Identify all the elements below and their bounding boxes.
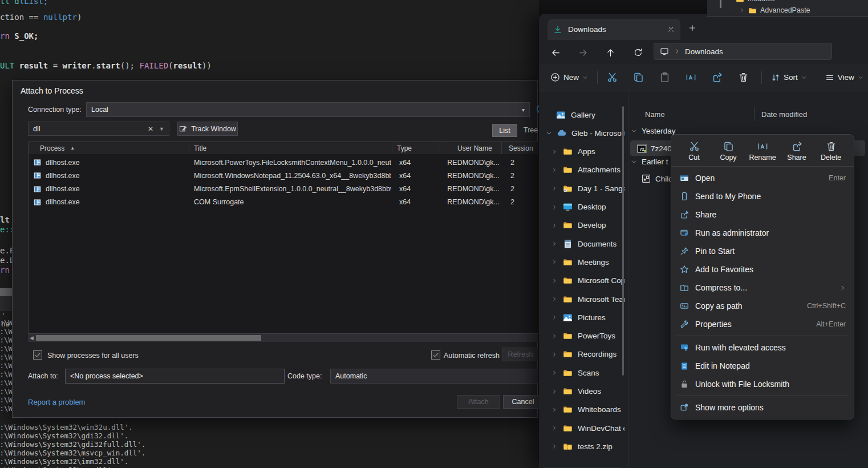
chevron-right-icon[interactable]: [551, 241, 557, 247]
chevron-right-icon[interactable]: [551, 314, 557, 320]
refresh-button[interactable]: Refresh: [502, 348, 538, 361]
chevron-right-icon[interactable]: [551, 352, 557, 357]
copy-quick-button[interactable]: Copy: [712, 140, 745, 162]
table-horizontal-scrollbar[interactable]: ◀: [28, 334, 538, 342]
chevron-down-icon[interactable]: [546, 130, 552, 136]
column-header-process[interactable]: Process▲: [29, 142, 189, 154]
filter-dropdown-icon[interactable]: ▼: [159, 126, 164, 132]
menu-item-open[interactable]: OpenEnter: [671, 169, 854, 187]
column-header-username[interactable]: User Name: [440, 142, 502, 154]
chevron-right-icon[interactable]: [551, 425, 557, 431]
share-quick-button[interactable]: Share: [780, 140, 813, 162]
rename-button[interactable]: [681, 68, 701, 87]
menu-item-run-as-administrator[interactable]: Run as administrator: [671, 224, 854, 242]
sidebar-item-develop[interactable]: Develop: [541, 217, 624, 234]
process-row[interactable]: dllhost.exeCOM Surrogatex64REDMOND\gk...…: [29, 196, 538, 209]
tree-scrollbar[interactable]: [720, 0, 721, 8]
sidebar-item-desktop[interactable]: Desktop: [541, 199, 624, 216]
show-processes-checkbox[interactable]: [33, 350, 42, 360]
chevron-right-icon[interactable]: [551, 167, 557, 173]
process-row[interactable]: dllhost.exeMicrosoft.WindowsNotepad_11.2…: [29, 169, 538, 182]
chevron-right-icon[interactable]: [551, 389, 557, 394]
chevron-right-icon[interactable]: [551, 370, 557, 376]
tab-close-icon[interactable]: [667, 26, 675, 33]
sidebar-item-scans[interactable]: Scans: [541, 364, 624, 381]
forward-button[interactable]: [573, 44, 593, 61]
tree-item-modules[interactable]: modules: [736, 0, 774, 5]
paste-button[interactable]: [655, 68, 675, 87]
attach-button[interactable]: Attach: [457, 395, 500, 409]
menu-item-edit-in-notepad[interactable]: Edit in Notepad: [671, 357, 854, 375]
chevron-right-icon[interactable]: [551, 443, 557, 449]
file-row-childl[interactable]: Childl: [642, 172, 675, 185]
refresh-button-nav[interactable]: [628, 44, 648, 61]
process-row[interactable]: dllhost.exeMicrosoft.EpmShellExtension_1…: [29, 183, 538, 196]
list-view-button[interactable]: List: [492, 124, 517, 137]
sidebar-item-videos[interactable]: Videos: [541, 383, 624, 400]
track-window-button[interactable]: Track Window: [177, 122, 238, 136]
column-header-type[interactable]: Type: [392, 142, 440, 154]
sidebar-item-tests-2-zip[interactable]: tests 2.zip: [541, 438, 624, 455]
sidebar-item-gallery[interactable]: Gallery: [541, 106, 624, 123]
menu-item-pin-to-start[interactable]: Pin to Start: [671, 242, 854, 260]
chevron-right-icon[interactable]: [551, 223, 557, 228]
new-tab-button[interactable]: [688, 24, 696, 34]
sidebar-item-windevchat-c[interactable]: WinDevChat c: [541, 419, 624, 437]
column-header-title[interactable]: Title: [189, 142, 392, 154]
breadcrumb[interactable]: Downloads: [685, 47, 723, 56]
cancel-button[interactable]: Cancel: [503, 395, 543, 409]
chevron-right-icon[interactable]: [551, 185, 557, 191]
sidebar-item-day-1-sangee[interactable]: Day 1 - Sangee: [541, 180, 624, 197]
this-pc-icon[interactable]: [660, 47, 669, 56]
tree-view-button[interactable]: Tree: [524, 126, 538, 134]
menu-item-share[interactable]: Share: [671, 205, 854, 224]
chevron-right-icon[interactable]: [551, 204, 557, 210]
menu-item-show-more-options[interactable]: Show more options: [671, 398, 854, 417]
sidebar-item-powertoys[interactable]: PowerToys: [541, 328, 624, 345]
cut-button[interactable]: [602, 68, 622, 87]
report-problem-link[interactable]: Report a problem: [28, 398, 85, 406]
sidebar-item-attachments[interactable]: Attachments: [541, 162, 624, 179]
cut-quick-button[interactable]: Cut: [678, 140, 711, 162]
address-bar[interactable]: Downloads: [654, 43, 832, 60]
group-header-earlier[interactable]: Earlier t: [631, 158, 668, 166]
sidebar-item-microsoft-cop[interactable]: Microsoft Cop: [541, 272, 624, 289]
menu-item-unlock-with-file-locksmith[interactable]: Unlock with File Locksmith: [671, 375, 854, 393]
menu-item-compress-to-[interactable]: Compress to...: [671, 279, 854, 297]
view-button[interactable]: View: [821, 68, 868, 87]
chevron-right-icon[interactable]: [551, 296, 557, 302]
chevron-down-icon[interactable]: [631, 128, 637, 134]
sidebar-item-meetings[interactable]: Meetings: [541, 253, 624, 271]
copy-button[interactable]: [628, 68, 648, 87]
menu-item-run-with-elevated-access[interactable]: Run with elevated access: [671, 338, 854, 357]
rename-quick-button[interactable]: Rename: [746, 140, 779, 162]
sidebar-scrollbar[interactable]: [622, 106, 624, 376]
chevron-right-icon[interactable]: [739, 7, 745, 13]
connection-type-combo[interactable]: Local ▾: [86, 102, 530, 117]
column-header-name[interactable]: Name: [645, 110, 665, 119]
chevron-right-icon[interactable]: [551, 333, 557, 339]
scroll-left-icon[interactable]: ◀: [30, 335, 34, 341]
back-button[interactable]: [546, 44, 565, 61]
code-type-combo[interactable]: Automatic: [330, 369, 538, 384]
chevron-right-icon[interactable]: [551, 259, 557, 265]
column-header-session[interactable]: Session: [502, 142, 538, 154]
menu-item-add-to-favorites[interactable]: Add to Favorites: [671, 260, 854, 279]
editor-scrollbar-thumb[interactable]: [0, 288, 12, 296]
share-button[interactable]: [707, 68, 727, 87]
process-filter-input[interactable]: dll ✕ ▼: [28, 122, 169, 136]
attach-to-field[interactable]: <No process selected>: [65, 369, 285, 384]
menu-item-send-to-my-phone[interactable]: Send to My Phone: [671, 187, 854, 205]
sidebar-item-gleb-microsoft[interactable]: Gleb - Microsoft: [541, 124, 624, 142]
menu-item-properties[interactable]: PropertiesAlt+Enter: [671, 315, 854, 333]
auto-refresh-checkbox[interactable]: [431, 350, 440, 360]
sidebar-item-microsoft-tear[interactable]: Microsoft Tear: [541, 291, 624, 308]
column-header-date-modified[interactable]: Date modified: [761, 110, 807, 119]
menu-item-copy-as-path[interactable]: Copy as pathCtrl+Shift+C: [671, 297, 854, 315]
delete-button[interactable]: [733, 68, 753, 87]
process-row[interactable]: dllhost.exeMicrosoft.PowerToys.FileLocks…: [29, 156, 538, 169]
chevron-right-icon[interactable]: [551, 149, 557, 155]
sidebar-item-apps[interactable]: Apps: [541, 143, 624, 160]
chevron-down-icon[interactable]: [631, 159, 637, 165]
clear-filter-icon[interactable]: ✕: [148, 125, 153, 133]
